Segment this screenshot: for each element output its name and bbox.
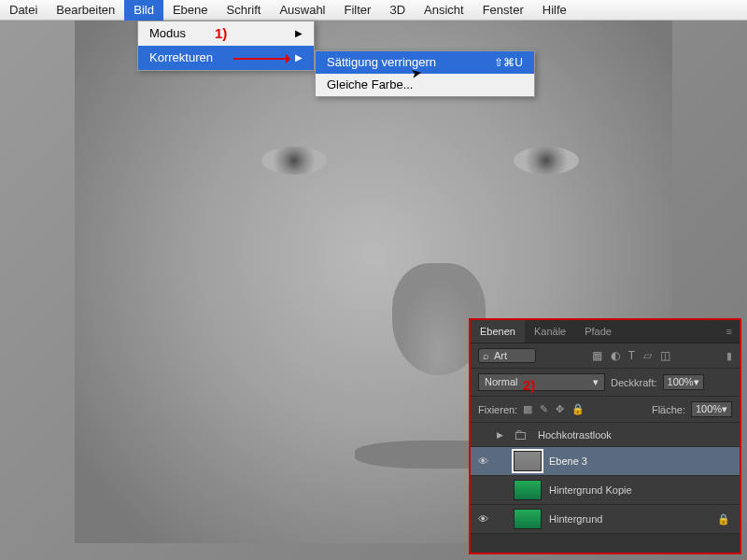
layer-name: Hintergrund Kopie bbox=[549, 484, 734, 496]
layer-row[interactable]: Hintergrund Kopie bbox=[471, 476, 740, 505]
lock-label: Fixieren: bbox=[478, 404, 517, 415]
submenu-item[interactable]: Sättigung verringern⇧⌘U bbox=[316, 51, 534, 74]
filter-icon-strip: ▦ ◐ T ▱ ◫ bbox=[592, 349, 670, 362]
layer-filter-select[interactable]: Art bbox=[478, 348, 536, 363]
panel-menu-icon[interactable]: ≡ bbox=[719, 320, 740, 343]
filter-shape-icon[interactable]: ▱ bbox=[643, 349, 652, 362]
lock-transparent-icon[interactable]: ▩ bbox=[523, 403, 532, 415]
lock-all-icon[interactable]: 🔒 bbox=[571, 403, 585, 415]
lock-position-icon[interactable]: ✥ bbox=[556, 403, 564, 415]
submenu-korrekturen: Sättigung verringern⇧⌘UGleiche Farbe... bbox=[315, 50, 535, 97]
folder-icon: 🗀 bbox=[514, 427, 530, 442]
panel-tabs: EbenenKanälePfade≡ bbox=[471, 320, 740, 343]
filter-type-icon[interactable]: T bbox=[628, 349, 635, 362]
panel-footer bbox=[471, 534, 740, 553]
menu-bearbeiten[interactable]: Bearbeiten bbox=[47, 0, 124, 21]
menu-schrift[interactable]: Schrift bbox=[218, 0, 271, 21]
visibility-icon[interactable]: 👁 bbox=[476, 513, 489, 525]
layer-thumbnail bbox=[514, 451, 542, 471]
menu-3d[interactable]: 3D bbox=[380, 0, 415, 21]
lock-pixels-icon[interactable]: ✎ bbox=[540, 403, 548, 415]
fill-label: Fläche: bbox=[652, 404, 685, 415]
layer-name: Hochkotrastlook bbox=[538, 429, 734, 441]
filter-toggle-icon[interactable]: ▮ bbox=[726, 350, 732, 362]
menu-fenster[interactable]: Fenster bbox=[473, 0, 533, 21]
layer-row[interactable]: ▶🗀Hochkotrastlook bbox=[471, 423, 740, 447]
annotation-arrow bbox=[233, 58, 289, 60]
layer-name: Hintergrund bbox=[549, 513, 710, 525]
layer-thumbnail bbox=[514, 509, 542, 529]
annotation-1: 1) bbox=[215, 25, 227, 41]
menu-datei[interactable]: Datei bbox=[0, 0, 47, 21]
menu-auswahl[interactable]: Auswahl bbox=[270, 0, 334, 21]
visibility-icon[interactable]: 👁 bbox=[476, 455, 489, 467]
menu-ansicht[interactable]: Ansicht bbox=[415, 0, 473, 21]
opacity-label: Deckkraft: bbox=[611, 377, 657, 388]
layer-row[interactable]: 👁Hintergrund🔒 bbox=[471, 505, 740, 534]
menu-bar: DateiBearbeitenBildEbeneSchriftAuswahlFi… bbox=[0, 0, 747, 21]
layer-thumbnail bbox=[514, 480, 542, 500]
menu-hilfe[interactable]: Hilfe bbox=[533, 0, 576, 21]
layer-row[interactable]: 👁Ebene 3 bbox=[471, 447, 740, 476]
filter-pixel-icon[interactable]: ▦ bbox=[592, 349, 602, 362]
tab-ebenen[interactable]: Ebenen bbox=[471, 320, 525, 343]
tab-kanäle[interactable]: Kanäle bbox=[525, 320, 575, 343]
layer-name: Ebene 3 bbox=[549, 455, 734, 467]
menu-ebene[interactable]: Ebene bbox=[163, 0, 218, 21]
filter-smart-icon[interactable]: ◫ bbox=[660, 349, 670, 362]
blend-mode-select[interactable]: Normal▾ bbox=[478, 373, 605, 391]
layers-panel: EbenenKanälePfade≡ Art ▦ ◐ T ▱ ◫ ▮ Norma… bbox=[469, 318, 741, 554]
filter-adjust-icon[interactable]: ◐ bbox=[611, 349, 620, 362]
fill-input[interactable]: 100%▾ bbox=[691, 401, 732, 417]
lock-icon: 🔒 bbox=[717, 513, 730, 525]
twist-icon[interactable]: ▶ bbox=[497, 430, 506, 440]
submenu-item[interactable]: Gleiche Farbe... bbox=[316, 74, 534, 96]
mouse-cursor: ➤ bbox=[410, 64, 424, 81]
menu-bild[interactable]: Bild bbox=[124, 0, 163, 21]
opacity-input[interactable]: 100%▾ bbox=[663, 374, 704, 390]
annotation-2: 2) bbox=[523, 377, 535, 393]
tab-pfade[interactable]: Pfade bbox=[575, 320, 621, 343]
menu-filter[interactable]: Filter bbox=[335, 0, 381, 21]
layer-list: ▶🗀Hochkotrastlook👁Ebene 3Hintergrund Kop… bbox=[471, 423, 740, 534]
